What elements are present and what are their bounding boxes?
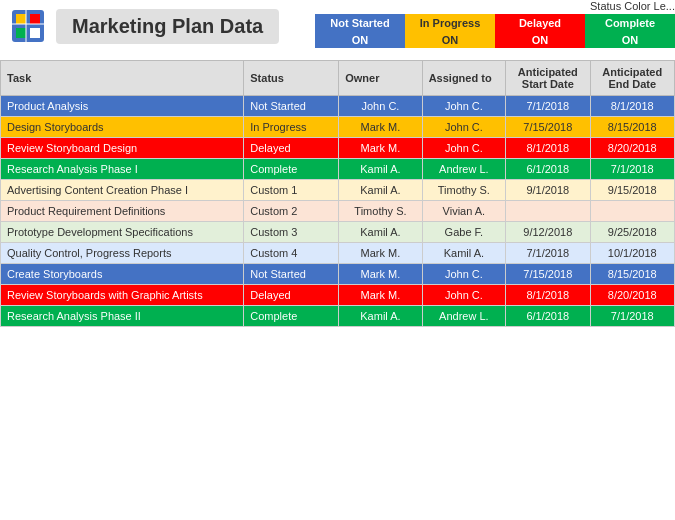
cell-status: Complete — [244, 159, 339, 180]
cell-owner: Timothy S. — [339, 201, 422, 222]
table-row: Prototype Development SpecificationsCust… — [1, 222, 675, 243]
cell-status: Not Started — [244, 96, 339, 117]
cell-task: Product Analysis — [1, 96, 244, 117]
cell-start: 6/1/2018 — [506, 306, 590, 327]
cell-end: 8/15/2018 — [590, 264, 674, 285]
cell-owner: Mark M. — [339, 264, 422, 285]
cell-owner: Kamil A. — [339, 222, 422, 243]
cell-end: 9/25/2018 — [590, 222, 674, 243]
col-header-end: Anticipated End Date — [590, 61, 674, 96]
cell-status: Custom 4 — [244, 243, 339, 264]
cell-start: 6/1/2018 — [506, 159, 590, 180]
marketing-plan-table: Task Status Owner Assigned to Anticipate… — [0, 60, 675, 327]
cell-assigned: John C. — [422, 138, 505, 159]
cell-end: 8/20/2018 — [590, 138, 674, 159]
cell-task: Product Requirement Definitions — [1, 201, 244, 222]
col-header-start: Anticipated Start Date — [506, 61, 590, 96]
cell-end — [590, 201, 674, 222]
cell-start: 7/15/2018 — [506, 117, 590, 138]
legend-title: Status Color Le... — [590, 0, 675, 12]
cell-status: Delayed — [244, 285, 339, 306]
table-row: Quality Control, Progress ReportsCustom … — [1, 243, 675, 264]
legend-on-in-progress: ON — [405, 32, 495, 48]
cell-end: 8/1/2018 — [590, 96, 674, 117]
page-title: Marketing Plan Data — [56, 9, 279, 44]
cell-end: 8/20/2018 — [590, 285, 674, 306]
cell-end: 9/15/2018 — [590, 180, 674, 201]
cell-owner: Kamil A. — [339, 306, 422, 327]
cell-status: In Progress — [244, 117, 339, 138]
cell-start: 9/1/2018 — [506, 180, 590, 201]
cell-status: Custom 2 — [244, 201, 339, 222]
cell-assigned: John C. — [422, 264, 505, 285]
cell-assigned: Kamil A. — [422, 243, 505, 264]
svg-rect-3 — [16, 28, 26, 38]
cell-task: Review Storyboard Design — [1, 138, 244, 159]
legend-on-delayed: ON — [495, 32, 585, 48]
col-header-assigned: Assigned to — [422, 61, 505, 96]
table-row: Research Analysis Phase IICompleteKamil … — [1, 306, 675, 327]
cell-assigned: Vivian A. — [422, 201, 505, 222]
col-header-task: Task — [1, 61, 244, 96]
cell-end: 8/15/2018 — [590, 117, 674, 138]
cell-start: 9/12/2018 — [506, 222, 590, 243]
table-row: Product AnalysisNot StartedJohn C.John C… — [1, 96, 675, 117]
page-header: Marketing Plan Data — [0, 0, 289, 52]
cell-end: 7/1/2018 — [590, 159, 674, 180]
cell-task: Design Storyboards — [1, 117, 244, 138]
cell-end: 10/1/2018 — [590, 243, 674, 264]
table-row: Review Storyboards with Graphic ArtistsD… — [1, 285, 675, 306]
cell-task: Advertising Content Creation Phase I — [1, 180, 244, 201]
legend-on-complete: ON — [585, 32, 675, 48]
cell-owner: Mark M. — [339, 285, 422, 306]
cell-status: Custom 3 — [244, 222, 339, 243]
cell-start: 7/1/2018 — [506, 243, 590, 264]
cell-task: Create Storyboards — [1, 264, 244, 285]
legend-status-row: Not Started In Progress Delayed Complete — [315, 14, 675, 32]
legend-complete: Complete — [585, 14, 675, 32]
table-header-row: Task Status Owner Assigned to Anticipate… — [1, 61, 675, 96]
svg-rect-1 — [16, 14, 26, 24]
cell-status: Complete — [244, 306, 339, 327]
cell-assigned: Andrew L. — [422, 306, 505, 327]
legend-in-progress: In Progress — [405, 14, 495, 32]
cell-owner: Kamil A. — [339, 159, 422, 180]
table-row: Design StoryboardsIn ProgressMark M.John… — [1, 117, 675, 138]
col-header-status: Status — [244, 61, 339, 96]
table-row: Create StoryboardsNot StartedMark M.John… — [1, 264, 675, 285]
legend-not-started: Not Started — [315, 14, 405, 32]
table-row: Research Analysis Phase ICompleteKamil A… — [1, 159, 675, 180]
cell-task: Quality Control, Progress Reports — [1, 243, 244, 264]
table-row: Advertising Content Creation Phase ICust… — [1, 180, 675, 201]
cell-assigned: John C. — [422, 117, 505, 138]
legend-on-not-started: ON — [315, 32, 405, 48]
cell-owner: Mark M. — [339, 243, 422, 264]
cell-status: Not Started — [244, 264, 339, 285]
cell-task: Review Storyboards with Graphic Artists — [1, 285, 244, 306]
cell-assigned: John C. — [422, 96, 505, 117]
cell-start: 7/15/2018 — [506, 264, 590, 285]
cell-status: Delayed — [244, 138, 339, 159]
cell-owner: Kamil A. — [339, 180, 422, 201]
legend-on-row: ON ON ON ON — [315, 32, 675, 48]
cell-assigned: Gabe F. — [422, 222, 505, 243]
svg-rect-4 — [30, 28, 40, 38]
cell-owner: John C. — [339, 96, 422, 117]
cell-assigned: Andrew L. — [422, 159, 505, 180]
cell-owner: Mark M. — [339, 117, 422, 138]
cell-start: 8/1/2018 — [506, 285, 590, 306]
cell-task: Research Analysis Phase II — [1, 306, 244, 327]
cell-assigned: John C. — [422, 285, 505, 306]
table-row: Review Storyboard DesignDelayedMark M.Jo… — [1, 138, 675, 159]
cell-start: 8/1/2018 — [506, 138, 590, 159]
table-row: Product Requirement DefinitionsCustom 2T… — [1, 201, 675, 222]
legend-delayed: Delayed — [495, 14, 585, 32]
cell-start — [506, 201, 590, 222]
cell-status: Custom 1 — [244, 180, 339, 201]
svg-rect-2 — [30, 14, 40, 24]
cell-task: Research Analysis Phase I — [1, 159, 244, 180]
cell-owner: Mark M. — [339, 138, 422, 159]
status-legend: Status Color Le... Not Started In Progre… — [315, 0, 675, 48]
spreadsheet-icon — [10, 8, 46, 44]
cell-task: Prototype Development Specifications — [1, 222, 244, 243]
